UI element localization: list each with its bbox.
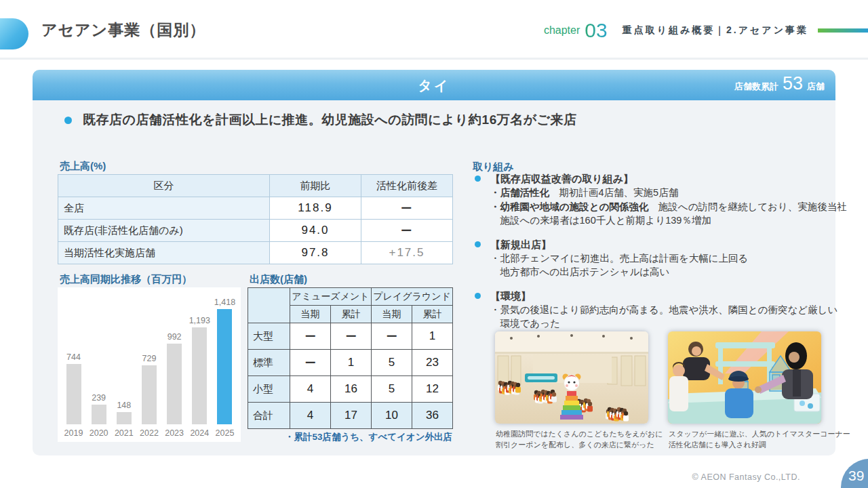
chart-x-axis: 2019202020212022202320242025: [62, 428, 237, 438]
store-count-value: 36: [412, 403, 453, 429]
store-table-row: 合計4171036: [248, 403, 453, 429]
initiative-item: 【環境】・景気の後退により節約志向が高まる。地震や洪水、隣国との衝突など厳しい …: [473, 289, 831, 331]
sales-header-category: 区分: [58, 175, 270, 197]
bar-value-label: 148: [117, 401, 131, 410]
bar-value-label: 744: [66, 352, 81, 362]
store-count-value: 4: [290, 403, 331, 429]
store-subheader: 当期: [372, 306, 412, 323]
store-total-badge: 店舗数累計 53 店舗: [734, 73, 825, 94]
copyright: © AEON Fantasy Co.,LTD.: [692, 472, 800, 482]
initiative-text: 地方都市への出店ポテンシャルは高い: [490, 266, 669, 277]
header-divider: [0, 58, 868, 60]
x-tick-label: 2023: [163, 428, 186, 438]
store-count-value: 5: [372, 376, 412, 403]
bar-2021: [117, 412, 132, 424]
header-gradient-rule: [818, 28, 868, 33]
store-subheader: 累計: [412, 306, 453, 323]
store-table-title: 出店数(店舗): [250, 273, 307, 286]
page-number-badge: 39: [841, 459, 868, 488]
store-group-playground: プレイグラウンド: [372, 288, 453, 306]
sales-table-body: 全店118.9ー既存店(非活性化店舗のみ)94.0ー当期活性化実施店舗97.8+…: [58, 197, 453, 264]
store-table-row: 標準ー1523: [248, 350, 453, 376]
store-count-value: 12: [412, 376, 453, 403]
initiative-heading: 【新規出店】: [490, 237, 831, 251]
chart-title: 売上高同期比推移（百万円）: [60, 273, 192, 286]
initiative-item: 【既存店収益改善の取り組み】・店舗活性化 期初計画4店舗、実施5店舗・幼稚園や地…: [473, 171, 831, 228]
chart-bars: 7442391487299921,1931,418: [62, 289, 237, 424]
store-table-row: 小型416512: [248, 376, 453, 403]
photo-caption-1: 幼稚園訪問ではたくさんのこどもたちをえがおに割引クーポンを配布し、多くの来店に繋…: [496, 428, 663, 450]
sales-diff-value: +17.5: [361, 242, 453, 264]
bullet-icon: [475, 293, 481, 299]
initiative-text: ・幼稚園や地域の施設との関係強化: [490, 201, 648, 212]
sales-yoy-value: 97.8: [270, 242, 361, 264]
sales-yoy-value: 94.0: [270, 220, 361, 242]
store-count-value: ー: [290, 350, 331, 376]
slide: アセアン事業（国別） chapter 03 重点取り組み概要｜2.アセアン事業 …: [0, 0, 868, 488]
bar-value-label: 1,193: [189, 316, 210, 325]
header-right: chapter 03 重点取り組み概要｜2.アセアン事業: [544, 20, 868, 41]
chapter-label: chapter: [544, 24, 580, 37]
x-tick-label: 2022: [137, 428, 161, 438]
sales-diff-value: ー: [361, 197, 453, 220]
caption-line: 幼稚園訪問ではたくさんのこどもたちをえがおに: [496, 428, 663, 439]
store-count-value: 17: [331, 403, 372, 429]
bar-column-2023: 992: [163, 332, 186, 424]
caption-line: スタッフが一緒に遊ぶ、人気のトイマスターコーナー: [669, 428, 850, 439]
store-total-value: 53: [783, 73, 803, 94]
initiative-text: ・景気の後退により節約志向が高まる。地震や洪水、隣国との衝突など厳しい: [490, 304, 837, 315]
store-row-label: 合計: [248, 403, 290, 429]
breadcrumb: 重点取り組み概要｜2.アセアン事業: [623, 24, 808, 37]
initiative-heading: 【環境】: [490, 289, 831, 303]
bar-2025: [217, 309, 232, 424]
photo-kindergarten-visit: [495, 331, 648, 424]
key-message-bullet-icon: [64, 117, 72, 124]
sales-table-row: 当期活性化実施店舗97.8+17.5: [58, 242, 453, 264]
bar-value-label: 239: [92, 393, 106, 403]
bar-2024: [192, 327, 207, 424]
x-tick-label: 2025: [213, 428, 237, 438]
page-number: 39: [848, 468, 864, 484]
initiative-line: ・景気の後退により節約志向が高まる。地震や洪水、隣国との衝突など厳しい: [490, 303, 831, 317]
bar-2023: [167, 344, 182, 424]
bar-2020: [92, 405, 106, 424]
bullet-icon: [475, 241, 481, 247]
sales-row-label: 当期活性化実施店舗: [58, 242, 270, 264]
photo-caption-2: スタッフが一緒に遊ぶ、人気のトイマスターコーナー活性化店舗にも導入され好調: [669, 428, 850, 450]
store-count-value: 23: [412, 350, 453, 376]
store-group-amusement: アミューズメント: [290, 288, 372, 306]
initiative-text: 施設への来場者は160千人と前期より139％増加: [490, 215, 711, 226]
bar-value-label: 729: [142, 354, 157, 363]
bar-column-2022: 729: [137, 354, 161, 424]
sales-table-row: 既存店(非活性化店舗のみ)94.0ー: [58, 220, 453, 242]
store-count-value: ー: [372, 323, 412, 350]
chapter-number: 03: [585, 20, 607, 41]
sales-table-header-row: 区分 前期比 活性化前後差: [58, 175, 453, 197]
country-name: タイ: [33, 77, 835, 95]
initiative-line: 環境であった: [490, 317, 831, 331]
store-row-label: 小型: [248, 376, 290, 403]
store-count-value: 1: [412, 323, 453, 350]
store-total-prefix: 店舗数累計: [734, 81, 778, 93]
header-accent-shape: [0, 18, 28, 49]
bar-column-2024: 1,193: [188, 316, 212, 424]
store-subheader: 当期: [290, 306, 331, 323]
store-row-label: 大型: [248, 323, 290, 350]
bar-column-2020: 239: [87, 393, 111, 424]
store-row-label: 標準: [248, 350, 290, 376]
bullet-icon: [475, 176, 481, 182]
bar-column-2019: 744: [62, 352, 85, 424]
sales-row-label: 既存店(非活性化店舗のみ): [58, 220, 270, 242]
store-table: アミューズメント プレイグラウンド 当期 累計 当期 累計 大型ーーー1標準ー1…: [248, 287, 453, 429]
initiative-line: 施設への来場者は160千人と前期より139％増加: [490, 214, 831, 228]
initiative-line: ・店舗活性化 期初計画4店舗、実施5店舗: [490, 186, 831, 200]
key-message: 既存店の店舗活性化を計画以上に推進。幼児施設への訪問により約16万名がご来店: [83, 111, 577, 129]
store-count-value: ー: [290, 323, 331, 350]
photo-toymaster-corner: [668, 331, 821, 424]
store-count-value: 5: [372, 350, 412, 376]
page-title: アセアン事業（国別）: [41, 20, 205, 41]
initiative-line: ・幼稚園や地域の施設との関係強化 施設への訪問を継続しており、実施後当社: [490, 200, 831, 214]
bar-value-label: 992: [167, 332, 182, 342]
initiative-text: 施設への訪問を継続しており、実施後当社: [648, 201, 846, 212]
bar-column-2021: 148: [112, 401, 136, 424]
